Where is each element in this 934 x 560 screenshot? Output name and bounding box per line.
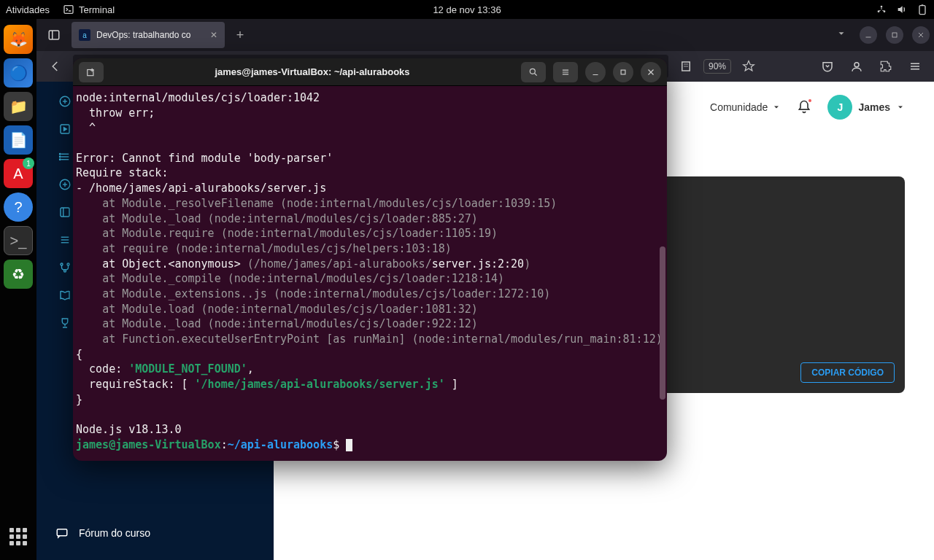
search-button[interactable] <box>521 62 546 82</box>
system-status-area[interactable] <box>876 4 928 15</box>
sidebar-add-icon[interactable] <box>57 93 73 109</box>
account-button[interactable] <box>845 55 868 78</box>
zoom-indicator[interactable]: 90% <box>703 59 731 74</box>
new-tab-button[interactable]: + <box>229 24 251 46</box>
svg-line-45 <box>535 73 537 75</box>
svg-point-15 <box>854 63 859 67</box>
battery-icon <box>916 4 928 15</box>
avatar: J <box>827 95 852 120</box>
sidebar-toggle[interactable] <box>41 22 67 48</box>
sidebar-trophy-icon[interactable] <box>57 315 73 331</box>
svg-point-38 <box>67 263 69 265</box>
terminal-tray-icon <box>63 4 74 15</box>
dock-files[interactable]: 📁 <box>4 92 33 121</box>
dock-trash[interactable]: ♻ <box>4 260 33 289</box>
dock-terminal[interactable]: >_ <box>4 226 33 255</box>
terminal-output: node:internal/modules/cjs/loader:1042 th… <box>76 90 664 453</box>
svg-point-37 <box>61 263 63 265</box>
terminal-maximize-button[interactable] <box>613 62 633 82</box>
sidebar-book-icon[interactable] <box>57 287 73 303</box>
terminal-title: james@james-VirtualBox: ~/api-alurabooks <box>104 66 521 77</box>
sidebar-add-icon-2[interactable] <box>57 176 73 192</box>
activities-button[interactable]: Atividades <box>6 4 50 15</box>
terminal-cursor <box>346 439 352 451</box>
dock-firefox[interactable]: 🦊 <box>4 25 33 54</box>
reader-view-button[interactable] <box>674 55 698 78</box>
terminal-titlebar: james@james-VirtualBox: ~/api-alurabooks <box>73 58 667 86</box>
terminal-window: james@james-VirtualBox: ~/api-alurabooks… <box>73 58 667 461</box>
active-app-indicator[interactable]: Terminal <box>63 4 115 15</box>
svg-point-44 <box>530 69 535 74</box>
svg-rect-4 <box>919 6 925 15</box>
chevron-down-icon <box>896 103 905 112</box>
svg-point-28 <box>60 159 61 160</box>
back-button[interactable] <box>44 55 67 78</box>
extensions-button[interactable] <box>874 55 898 78</box>
svg-rect-50 <box>621 70 625 74</box>
firefox-tabbar: a DevOps: trabalhando co ✕ + <box>36 19 934 51</box>
tab-close-button[interactable]: ✕ <box>210 30 217 40</box>
svg-rect-9 <box>892 33 897 37</box>
zoom-value: 90% <box>703 59 731 74</box>
dock-software[interactable]: A1 <box>4 159 33 188</box>
update-badge: 1 <box>23 158 34 169</box>
chat-icon <box>55 526 69 540</box>
dock: 🦊 🔵 📁 📄 A1 ? >_ ♻ <box>0 19 36 560</box>
community-label: Comunidade <box>710 101 768 113</box>
new-tab-button[interactable] <box>79 62 104 82</box>
forum-label: Fórum do curso <box>79 527 150 539</box>
user-menu[interactable]: J James <box>827 95 905 120</box>
network-icon <box>876 4 887 15</box>
sidebar-module-icon[interactable] <box>57 204 73 220</box>
clock[interactable]: 12 de nov 13:36 <box>433 4 501 15</box>
gnome-topbar: Atividades Terminal 12 de nov 13:36 <box>0 0 934 19</box>
community-dropdown[interactable]: Comunidade <box>710 101 781 113</box>
terminal-close-button[interactable] <box>641 62 661 82</box>
svg-rect-6 <box>49 31 59 39</box>
username-label: James <box>858 101 890 113</box>
svg-rect-32 <box>61 208 69 217</box>
sidebar-list-icon[interactable] <box>57 149 73 165</box>
dock-help[interactable]: ? <box>4 192 33 222</box>
dock-thunderbird[interactable]: 🔵 <box>4 58 33 88</box>
minimize-button[interactable] <box>860 26 877 44</box>
forum-link[interactable]: Fórum do curso <box>36 518 274 548</box>
notification-dot <box>807 98 813 104</box>
sidebar-list-icon-2[interactable] <box>57 232 73 248</box>
sidebar-github-icon[interactable] <box>57 260 73 276</box>
tab-favicon: a <box>79 29 90 41</box>
pocket-button[interactable] <box>816 55 839 78</box>
svg-rect-5 <box>922 4 924 5</box>
terminal-minimize-button[interactable] <box>585 62 606 82</box>
show-applications-button[interactable] <box>4 522 33 551</box>
sidebar-play-icon[interactable] <box>57 121 73 137</box>
menu-button[interactable] <box>903 55 927 78</box>
chevron-down-icon <box>772 103 781 112</box>
terminal-menu-button[interactable] <box>553 62 578 82</box>
browser-tab[interactable]: a DevOps: trabalhando co ✕ <box>72 22 225 48</box>
tab-title: DevOps: trabalhando co <box>96 30 204 40</box>
svg-rect-40 <box>57 529 67 536</box>
tab-dropdown[interactable] <box>827 28 855 42</box>
dock-writer[interactable]: 📄 <box>4 125 33 155</box>
copy-code-button[interactable]: COPIAR CÓDIGO <box>800 362 895 383</box>
close-button[interactable] <box>912 26 930 44</box>
bookmark-button[interactable] <box>737 55 760 78</box>
svg-point-26 <box>60 154 61 155</box>
svg-rect-0 <box>64 6 73 14</box>
terminal-body[interactable]: node:internal/modules/cjs/loader:1042 th… <box>73 86 667 461</box>
window-controls <box>860 26 930 44</box>
active-app-label: Terminal <box>79 4 115 15</box>
volume-icon <box>896 4 908 15</box>
svg-point-27 <box>60 156 61 158</box>
terminal-scrollbar[interactable] <box>660 246 665 400</box>
svg-point-1 <box>881 6 883 8</box>
maximize-button[interactable] <box>886 26 903 44</box>
notifications-button[interactable] <box>797 99 811 116</box>
